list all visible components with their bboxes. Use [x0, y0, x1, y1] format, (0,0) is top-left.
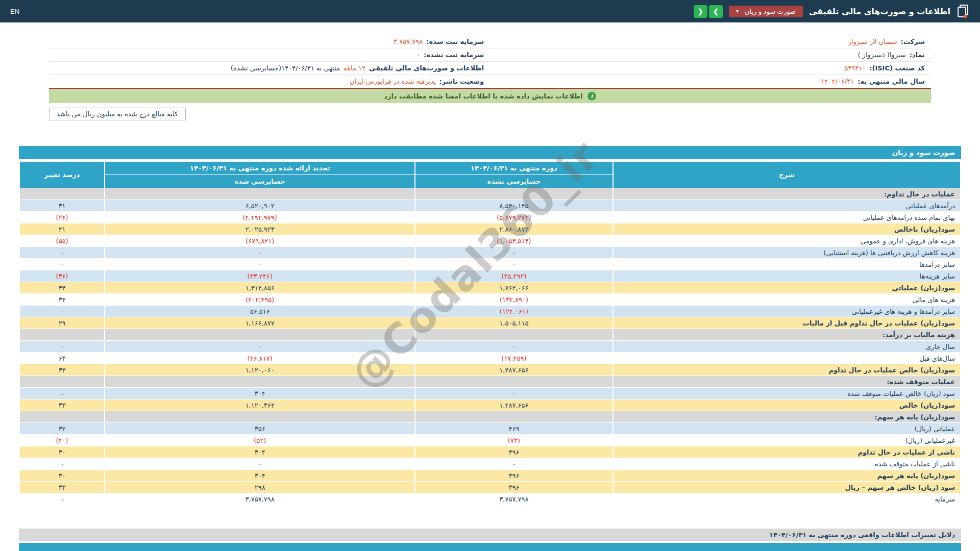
- percent-change-value: (۴۰): [20, 435, 104, 446]
- table-row: سود(زیان) خالص۱,۴۸۷,۶۵۶۱,۱۲۰,۳۶۴۳۳: [20, 399, 960, 411]
- percent-change-value: ۰: [20, 493, 104, 505]
- info-statement-rest: منتهی به ۱۴۰۴/۰۶/۳۱(حسابرسی نشده): [231, 64, 340, 72]
- table-row: سود(زیان) عملیاتی۱,۷۶۲,۰۶۶۱,۳۱۲,۸۵۶۳۴: [20, 282, 960, 293]
- percent-change-value: ۲۹: [20, 317, 104, 329]
- percent-change-value: ۳۴: [20, 282, 104, 293]
- table-row: هزینه های فروش، اداری و عمومی(۱,۰۵۳,۵۱۴)…: [20, 235, 960, 246]
- table-row: سال جاری۰۰۰: [20, 341, 960, 352]
- current-period-value: ۳۹۶: [415, 446, 612, 458]
- prior-period-value: ۰: [105, 341, 414, 352]
- percent-change-value: [20, 376, 104, 387]
- prior-period-value: [105, 376, 414, 387]
- row-label: سود(زیان) خالص: [614, 399, 960, 411]
- current-period-value: ۰: [415, 341, 612, 352]
- prior-period-value: (۲۰۲,۴۹۵): [105, 294, 414, 305]
- info-unregistered-capital: سرمایه ثبت نشده: ۰: [49, 48, 490, 62]
- top-navigation-bar: اطلاعات و صورت‌های مالی تلفیقی صورت سود …: [0, 0, 980, 22]
- current-period-value: ۰: [415, 388, 612, 399]
- current-period-value: ۳۹۶: [415, 470, 612, 481]
- percent-change-value: ۳۴: [20, 294, 104, 305]
- row-label: عملیات در حال تداوم:: [614, 188, 960, 199]
- section-row: عملیات متوقف شده:: [20, 376, 960, 387]
- current-period-value: ۱,۴۸۷,۶۵۶: [415, 399, 612, 411]
- row-label: درآمدهای عملیاتی: [614, 200, 960, 211]
- change-reasons-header: دلایل تغییرات اطلاعات واقعی دوره منتهی ب…: [19, 529, 961, 541]
- column-header-prior-period: تجدید ارائه شده دوره منتهی به ۱۴۰۳/۰۶/۳۱: [105, 162, 414, 174]
- column-header-description: شرح: [614, 162, 960, 188]
- statement-pager: ❯ ❮: [694, 5, 723, 18]
- table-row: سایر هزینه‌ها(۴۵,۲۹۲)(۳۳,۲۴۶)(۳۶): [20, 270, 960, 282]
- current-period-value: (۱۷,۴۵۹): [415, 353, 612, 364]
- statement-type-dropdown[interactable]: صورت سود و زیان ▾: [729, 6, 803, 17]
- current-period-value: (۵,۶۷۹,۲۷۳): [415, 212, 612, 223]
- prior-period-value: [105, 329, 414, 340]
- row-label: عملیات متوقف شده:: [614, 376, 960, 387]
- row-label: سایر هزینه‌ها: [614, 270, 960, 282]
- info-registered-capital-value: ۳,۷۵۷,۷۹۸: [394, 38, 423, 45]
- table-row: سود(زیان) خالص عملیات در حال تداوم۱,۴۸۷,…: [20, 364, 960, 375]
- info-isic: کد صنعت (ISIC): ۵۳۹۴۱۰: [490, 62, 931, 75]
- previous-statement-button[interactable]: ❮: [694, 5, 707, 18]
- prior-period-value: ۶,۵۲۰,۹۰۲: [105, 200, 414, 211]
- row-label: غیرعملیاتی (ریال): [614, 435, 960, 446]
- percent-change-value: (۵۵): [20, 235, 104, 246]
- row-label: سود(زیان) عملیات در حال تداوم قبل از مال…: [614, 317, 960, 329]
- chevron-down-icon: ▾: [736, 9, 739, 14]
- language-toggle-en[interactable]: EN: [10, 8, 19, 15]
- next-section-bar: [19, 543, 961, 551]
- column-header-current-period: دوره منتهی به ۱۴۰۴/۰۶/۳۱: [415, 162, 612, 174]
- percent-change-value: (۲۶): [20, 212, 104, 223]
- row-label: سود(زیان) پایه هر سهم:: [614, 411, 960, 422]
- prior-period-value: ۱,۱۲۰,۳۶۴: [105, 399, 414, 411]
- row-label: هزینه های فروش، اداری و عمومی: [614, 235, 960, 246]
- income-statement-body: عملیات در حال تداوم:درآمدهای عملیاتی۸,۵۴…: [20, 188, 960, 505]
- current-period-value: ۲,۸۶۰,۸۷۲: [415, 223, 612, 235]
- column-header-percent-change: درصد تغییر: [20, 162, 104, 188]
- current-period-value: [415, 376, 612, 387]
- row-label: سود (زیان) خالص هر سهم – ریال: [614, 482, 960, 493]
- current-period-value: [415, 329, 612, 340]
- table-row: غیرعملیاتی (ریال)(۷۳)(۵۲)(۴۰): [20, 435, 960, 446]
- info-issuer-status: وضعیت ناشر: پذیرفته شده در فرابورس ایران: [49, 75, 490, 88]
- table-row: عملیاتی (ریال)۴۶۹۳۵۶۳۲: [20, 423, 960, 434]
- percent-change-value: (۳۶): [20, 270, 104, 282]
- prior-period-value: ۰: [105, 247, 414, 258]
- percent-change-value: ۰: [20, 458, 104, 469]
- info-company: شرکت: سیمان لار سبزوار: [490, 35, 931, 48]
- table-row: سود (زیان) خالص عملیات متوقف شده۰۳۰۴--: [20, 388, 960, 399]
- current-period-value: ۳۹۶: [415, 482, 612, 493]
- company-info-grid: شرکت: سیمان لار سبزوار سرمایه ثبت شده: ۳…: [49, 35, 931, 89]
- prior-period-value: ۳,۷۵۷,۷۹۸: [105, 493, 414, 505]
- statement-type-dropdown-label: صورت سود و زیان: [745, 8, 796, 15]
- row-label: عملیاتی (ریال): [614, 423, 960, 434]
- table-row: درآمدهای عملیاتی۸,۵۴۰,۱۴۵۶,۵۲۰,۹۰۲۳۱: [20, 200, 960, 211]
- prior-period-value: (۵۲): [105, 435, 414, 446]
- column-subheader-audited: حسابرسی شده: [105, 175, 414, 188]
- row-label: سایر درآمدها: [614, 259, 960, 270]
- current-period-value: ۰: [415, 247, 612, 258]
- prior-period-value: [105, 411, 414, 422]
- row-label: سود(زیان) ناخالص: [614, 223, 960, 235]
- table-row: سود (زیان) خالص هر سهم – ریال۳۹۶۲۹۸۳۳: [20, 482, 960, 493]
- info-issuer-status-value: پذیرفته شده در فرابورس ایران: [350, 78, 436, 85]
- info-unregistered-capital-value: ۰: [416, 51, 420, 59]
- prior-period-value: ۳۵۶: [105, 423, 414, 434]
- table-row: هزینه کاهش ارزش دریافتنی ها (هزینه استثن…: [20, 247, 960, 258]
- row-label: سود(زیان) عملیاتی: [614, 282, 960, 293]
- info-isic-label: کد صنعت (ISIC):: [869, 64, 925, 72]
- current-period-value: (۱,۰۵۳,۵۱۴): [415, 235, 612, 246]
- info-symbol: نماد: سبزوا( ذسبزوار ): [490, 48, 931, 62]
- info-statement-period: اطلاعات و صورت‌های مالی تلفیقی ۱۲ ماهه م…: [49, 62, 490, 75]
- current-period-value: (۴۵,۲۹۲): [415, 270, 612, 282]
- report-document-icon: [957, 4, 970, 18]
- next-statement-button[interactable]: ❯: [709, 5, 723, 18]
- percent-change-value: --: [20, 306, 104, 317]
- row-label: سال‌های قبل: [614, 353, 960, 364]
- current-period-value: ۱,۵۰۵,۱۱۵: [415, 317, 612, 329]
- info-isic-value: ۵۳۹۴۱۰: [844, 64, 866, 72]
- income-statement-title: صورت سود و زیان: [19, 146, 961, 159]
- topbar-right-group: اطلاعات و صورت‌های مالی تلفیقی صورت سود …: [694, 4, 970, 18]
- table-row: سود(زیان) عملیات در حال تداوم قبل از مال…: [20, 317, 960, 329]
- percent-change-value: ۳۰: [20, 470, 104, 481]
- column-subheader-unaudited: حسابرسی نشده: [415, 175, 612, 188]
